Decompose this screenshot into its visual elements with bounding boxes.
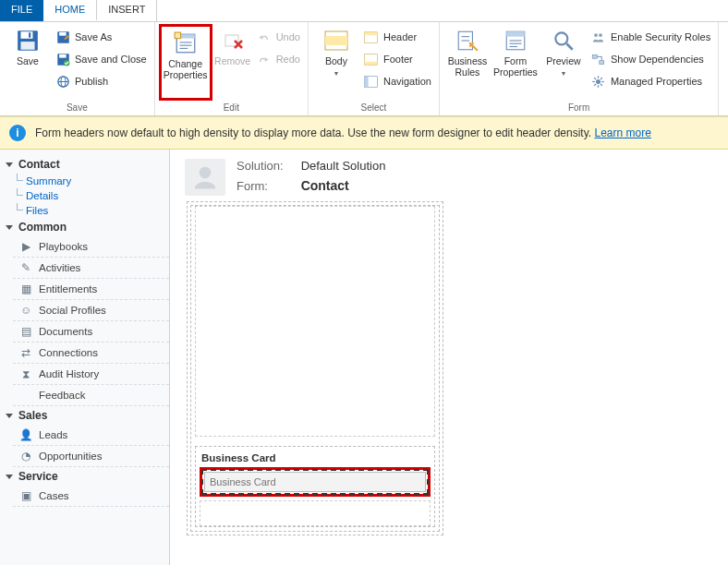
save-and-close-button[interactable]: Save and Close (55, 50, 147, 68)
chevron-down-icon: ▼ (560, 68, 566, 79)
sidebar-item-cases[interactable]: ▣Cases (13, 486, 169, 507)
change-properties-button[interactable]: Change Properties (159, 24, 212, 101)
header-icon (364, 30, 379, 44)
svg-line-35 (566, 43, 573, 50)
info-text: Form headers now default to high density… (35, 126, 651, 139)
form-meta: Solution: Default Solution Form: Contact (237, 159, 385, 193)
feedback-icon (18, 388, 33, 403)
redo-label: Redo (276, 54, 300, 65)
show-dependencies-button[interactable]: Show Dependencies (591, 50, 710, 68)
info-icon: i (9, 125, 26, 141)
managed-properties-button[interactable]: Managed Properties (591, 72, 710, 90)
business-rules-button[interactable]: Business Rules (443, 24, 491, 101)
svg-point-37 (600, 33, 603, 37)
save-as-button[interactable]: Save As (55, 28, 147, 46)
cases-icon: ▣ (18, 488, 33, 503)
group-form: Business Rules Form Properties Preview ▼ (440, 22, 719, 115)
merge-forms-button[interactable]: Merge Forms (722, 24, 728, 101)
group-save: Save Save As Save and Close (0, 22, 155, 115)
form-properties-icon (503, 28, 528, 54)
save-button[interactable]: Save (4, 24, 52, 101)
remove-icon (220, 28, 246, 54)
svg-point-34 (555, 32, 567, 44)
svg-line-45 (595, 78, 597, 79)
form-value: Contact (301, 178, 349, 193)
sidebar-link-summary[interactable]: Summary (13, 174, 169, 188)
svg-line-47 (595, 84, 597, 86)
sidebar-link-files[interactable]: Files (13, 203, 169, 218)
group-select-label: Select (312, 101, 435, 115)
sidebar-link-details[interactable]: Details (13, 188, 169, 203)
undo-label: Undo (276, 31, 300, 42)
svg-rect-25 (365, 76, 369, 87)
sidebar-group-contact[interactable]: Contact (0, 155, 169, 174)
business-rules-label: Business Rules (448, 55, 488, 78)
body-icon (323, 28, 349, 54)
preview-button[interactable]: Preview ▼ (540, 24, 588, 101)
svg-rect-39 (600, 60, 604, 64)
publish-button[interactable]: Publish (55, 72, 147, 90)
footer-button[interactable]: Footer (364, 50, 431, 68)
svg-line-46 (601, 84, 602, 86)
playbooks-icon: ▶ (18, 239, 33, 254)
business-rules-icon (455, 28, 480, 54)
managed-properties-icon (591, 74, 606, 89)
sidebar-item-leads[interactable]: 👤Leads (13, 425, 169, 446)
sidebar-item-audit-history[interactable]: ⧗Audit History (13, 364, 169, 385)
svg-line-48 (601, 78, 602, 79)
header-button[interactable]: Header (364, 28, 431, 46)
svg-rect-5 (59, 31, 67, 35)
redo-button[interactable]: Redo (257, 50, 300, 68)
tab-file[interactable]: FILE (0, 0, 43, 21)
sidebar-group-service[interactable]: Service (0, 467, 169, 486)
sidebar-group-common[interactable]: Common (0, 218, 169, 236)
sidebar-item-documents[interactable]: ▤Documents (13, 321, 169, 343)
enable-security-label: Enable Security Roles (611, 31, 710, 42)
navigation-label: Navigation (383, 76, 431, 87)
sidebar-item-playbooks[interactable]: ▶Playbooks (13, 236, 169, 258)
social-icon: ☺ (18, 303, 33, 318)
sidebar-item-entitlements[interactable]: ▦Entitlements (13, 279, 169, 300)
footer-icon (364, 52, 379, 66)
empty-section[interactable] (195, 206, 435, 437)
group-form-label: Form (443, 101, 714, 115)
svg-point-51 (200, 167, 212, 179)
header-label: Header (383, 31, 417, 42)
sidebar-item-social-profiles[interactable]: ☺Social Profiles (13, 300, 169, 321)
enable-security-roles-button[interactable]: Enable Security Roles (591, 28, 710, 46)
chevron-down-icon: ▼ (334, 68, 340, 79)
design-surface[interactable]: Business Card (187, 201, 443, 535)
documents-icon: ▤ (18, 324, 33, 339)
preview-icon (551, 28, 576, 54)
tab-home[interactable]: HOME (43, 0, 97, 21)
remove-button[interactable]: Remove (212, 24, 253, 101)
body-button[interactable]: Body ▼ (312, 24, 360, 101)
learn-more-link[interactable]: Learn more (594, 126, 650, 139)
save-close-icon (55, 52, 70, 66)
svg-rect-21 (365, 31, 378, 34)
business-card-field[interactable] (204, 472, 426, 492)
group-save-label: Save (4, 101, 151, 115)
svg-rect-2 (29, 32, 30, 37)
sidebar-item-opportunities[interactable]: ◔Opportunities (13, 446, 169, 467)
save-icon (15, 28, 41, 54)
undo-icon (257, 30, 272, 44)
form-properties-button[interactable]: Form Properties (491, 24, 540, 101)
solution-value: Default Solution (301, 159, 386, 173)
svg-point-36 (595, 33, 599, 37)
undo-button[interactable]: Undo (257, 28, 300, 46)
sidebar-group-sales[interactable]: Sales (0, 406, 169, 425)
svg-rect-1 (20, 31, 32, 39)
navigation-icon (364, 74, 379, 89)
navigation-button[interactable]: Navigation (364, 72, 431, 90)
sidebar-item-connections[interactable]: ⇄Connections (13, 343, 169, 364)
security-roles-icon (591, 30, 606, 44)
svg-rect-38 (593, 54, 598, 58)
sidebar-item-activities[interactable]: ✎Activities (13, 258, 169, 279)
connections-icon: ⇄ (18, 345, 33, 360)
tab-insert[interactable]: INSERT (97, 0, 157, 21)
publish-label: Publish (75, 76, 108, 87)
svg-rect-30 (506, 31, 525, 36)
sidebar-item-feedback[interactable]: Feedback (13, 385, 169, 406)
sidebar: Contact Summary Details Files Common ▶Pl… (0, 150, 170, 565)
